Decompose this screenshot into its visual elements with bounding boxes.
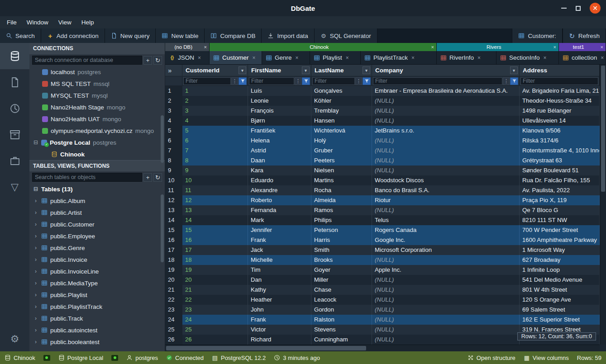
cell-firstname[interactable]: François — [248, 106, 311, 116]
table-row[interactable]: 1212RobertoAlmeidaRioturPraça Pio X, 119 — [165, 195, 600, 205]
table-row[interactable]: 1111AlexandreRochaBanco do Brasil S.A.Av… — [165, 185, 600, 195]
toolbar-new-query[interactable]: New query — [105, 28, 156, 43]
filter-menu-icon[interactable]: ⋮ — [355, 77, 362, 85]
table-item-public-invoice[interactable]: ›public.Invoice — [29, 254, 165, 265]
cell-company[interactable]: (NULL) — [372, 205, 520, 215]
cell-lastname[interactable]: Harris — [311, 235, 372, 245]
tab-genre[interactable]: Genre× — [262, 51, 310, 64]
table-item-public-autoinctest[interactable]: ›public.autoinctest — [29, 324, 165, 336]
cell-lastname[interactable]: Almeida — [311, 195, 372, 205]
collapse-icon[interactable]: ⊟ — [33, 186, 38, 192]
cell-company[interactable]: (NULL) — [372, 295, 520, 305]
close-tab-icon[interactable]: × — [346, 55, 349, 61]
row-number[interactable]: 9 — [165, 165, 182, 175]
menu-help[interactable]: Help — [76, 16, 99, 28]
rail-connections[interactable] — [0, 43, 29, 69]
close-tab-icon[interactable]: × — [198, 55, 201, 61]
row-number[interactable]: 8 — [165, 156, 182, 165]
cell-company[interactable]: Google Inc. — [372, 235, 520, 245]
connection-item-chinook[interactable]: Chinook — [29, 148, 165, 160]
chevron-right-icon[interactable]: › — [33, 268, 38, 274]
column-header-address[interactable]: Address — [520, 65, 600, 76]
row-number[interactable]: 17 — [165, 245, 182, 255]
cell-firstname[interactable]: Eduardo — [248, 175, 311, 185]
cell-lastname[interactable]: Peterson — [311, 225, 372, 235]
row-number[interactable]: 2 — [165, 96, 182, 106]
cell-company[interactable]: (NULL) — [372, 275, 520, 285]
row-number[interactable]: 13 — [165, 205, 182, 215]
close-tab-icon[interactable]: × — [253, 55, 256, 61]
rail-settings[interactable]: ⚙ — [0, 327, 29, 351]
table-item-public-employee[interactable]: ›public.Employee — [29, 230, 165, 242]
table-row[interactable]: 1919TimGoyerApple Inc.1 Infinite Loop — [165, 265, 600, 275]
cell-address[interactable]: 700 W Pender Street — [520, 225, 600, 235]
cell-lastname[interactable]: Chase — [311, 285, 372, 295]
minimize-button[interactable] — [561, 8, 567, 9]
cell-firstname[interactable]: Richard — [248, 335, 311, 345]
tab-sectioninfo[interactable]: SectionInfo× — [496, 51, 559, 64]
row-number[interactable]: 20 — [165, 275, 182, 285]
tab-customer[interactable]: Customer× — [210, 51, 262, 64]
row-number[interactable]: 11 — [165, 185, 182, 195]
cell-lastname[interactable]: Nielsen — [311, 165, 372, 175]
close-tab-icon[interactable]: × — [598, 44, 606, 50]
cell-firstname[interactable]: Heather — [248, 295, 311, 305]
column-dropdown-icon[interactable]: ▾ — [363, 66, 370, 74]
toolbar-import-data[interactable]: Import data — [262, 28, 314, 43]
row-number[interactable]: 21 — [165, 285, 182, 295]
cell-company[interactable]: (NULL) — [372, 325, 520, 335]
cell-customerid[interactable]: 9 — [182, 165, 248, 175]
table-item-public-invoiceline[interactable]: ›public.InvoiceLine — [29, 265, 165, 277]
table-row[interactable]: 1818MichelleBrooks(NULL)627 Broadway — [165, 255, 600, 265]
connection-item-nano2health-stage[interactable]: Nano2Health Stagemongo — [29, 101, 165, 113]
row-number[interactable]: 18 — [165, 255, 182, 265]
filter-input-company[interactable] — [373, 77, 502, 85]
cell-lastname[interactable]: Rocha — [311, 185, 372, 195]
connection-item-localhost[interactable]: localhostpostgres — [29, 66, 165, 78]
table-row[interactable]: 66HelenaHolý(NULL)Rilská 3174/6 — [165, 136, 600, 146]
cell-company[interactable]: Telus — [372, 215, 520, 225]
cell-customerid[interactable]: 24 — [182, 315, 248, 325]
close-tab-icon[interactable]: × — [601, 55, 604, 61]
cell-lastname[interactable]: Goyer — [311, 265, 372, 275]
status-open-structure[interactable]: Open structure — [468, 355, 515, 361]
horizontal-scrollbar[interactable] — [165, 345, 600, 351]
cell-address[interactable]: 627 Broadway — [520, 255, 600, 265]
row-number[interactable]: 22 — [165, 295, 182, 305]
table-item-public-booleantest[interactable]: ›public.booleantest — [29, 336, 165, 348]
horizontal-scrollbar-thumb[interactable] — [166, 346, 366, 350]
chevron-right-icon[interactable]: › — [33, 327, 38, 333]
column-dropdown-icon[interactable]: ▾ — [239, 66, 246, 74]
toolbar-refresh[interactable]: ↻Refresh — [563, 28, 606, 43]
toolbar-sql-generator[interactable]: ⚙SQL Generator — [315, 28, 377, 43]
toolbar-customer[interactable]: Customer: — [512, 28, 562, 43]
filter-funnel-icon[interactable] — [510, 77, 518, 85]
cell-address[interactable]: Rua Dr. Falcão Filho, 155 — [520, 175, 600, 185]
row-number[interactable]: 3 — [165, 106, 182, 116]
table-row[interactable]: 77AstridGruber(NULL)Rotenturmstraße 4, 1… — [165, 146, 600, 156]
row-number[interactable]: 25 — [165, 325, 182, 335]
chevron-right-icon[interactable]: › — [33, 315, 38, 321]
refresh-connections-button[interactable]: ↻ — [153, 56, 162, 65]
filter-funnel-icon[interactable] — [239, 77, 247, 85]
connection-item-olympus-medportal-vychozi-cz[interactable]: olympus-medportal.vychozi.czmongo — [29, 125, 165, 137]
cell-customerid[interactable]: 25 — [182, 325, 248, 335]
close-tab-icon[interactable]: × — [296, 55, 299, 61]
cell-company[interactable]: Woodstock Discos — [372, 175, 520, 185]
cell-customerid[interactable]: 10 — [182, 175, 248, 185]
cell-customerid[interactable]: 3 — [182, 106, 248, 116]
db-tab-chinook[interactable]: Chinook× — [210, 43, 437, 51]
cell-customerid[interactable]: 15 — [182, 225, 248, 235]
cell-company[interactable]: (NULL) — [372, 136, 520, 146]
cell-company[interactable]: (NULL) — [372, 335, 520, 345]
cell-customerid[interactable]: 12 — [182, 195, 248, 205]
cell-company[interactable]: (NULL) — [372, 106, 520, 116]
chevron-right-icon[interactable]: › — [33, 245, 38, 251]
row-number[interactable]: 14 — [165, 215, 182, 225]
cell-customerid[interactable]: 23 — [182, 305, 248, 315]
row-number[interactable]: 23 — [165, 305, 182, 315]
connection-item-nano2health-uat[interactable]: Nano2Health UATmongo — [29, 113, 165, 125]
cell-firstname[interactable]: Daan — [248, 156, 311, 165]
tab-playlisttrack[interactable]: PlaylistTrack× — [361, 51, 437, 64]
connections-search-input[interactable] — [32, 56, 142, 65]
